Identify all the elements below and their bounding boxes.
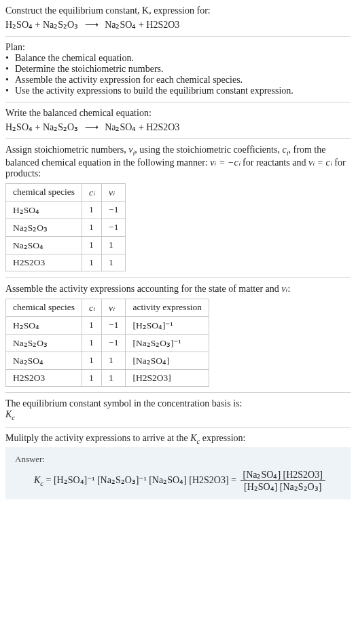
balanced-equation: H₂SO₄ + Na₂S₂O₃ ⟶ Na₂SO₄ + H2S2O3: [5, 121, 351, 133]
plan-block: Plan: •Balance the chemical equation. •D…: [5, 42, 351, 96]
cell: H2S2O3: [6, 369, 82, 386]
table-row: H₂SO₄1−1: [6, 201, 126, 219]
cell: 1: [82, 236, 102, 254]
cell: −1: [102, 316, 126, 334]
symbol-block: The equilibrium constant symbol in the c…: [5, 398, 351, 421]
multiply-block: Mulitply the activity expressions to arr…: [5, 433, 351, 445]
species: H₂SO₄: [5, 122, 33, 132]
cell: 1: [82, 369, 102, 386]
equals: =: [231, 475, 238, 485]
term: [Na₂S₂O₃]⁻¹: [97, 475, 147, 485]
plus: +: [33, 20, 43, 30]
divider: [5, 138, 351, 139]
term: [H₂SO₄]⁻¹: [54, 475, 95, 485]
text: Assemble the activity expressions accoun…: [5, 284, 281, 294]
term: [H2S2O3]: [283, 470, 323, 480]
balanced-title: Write the balanced chemical equation:: [5, 108, 351, 119]
cell: H₂SO₄: [6, 201, 82, 219]
species: Na₂SO₄: [105, 20, 136, 30]
stoich-table: chemical species cᵢ νᵢ H₂SO₄1−1 Na₂S₂O₃1…: [5, 183, 126, 271]
plan-title: Plan:: [5, 42, 351, 53]
activity-block: Assemble the activity expressions accoun…: [5, 283, 351, 387]
cell: [Na₂SO₄]: [126, 352, 209, 369]
cell: 1: [82, 352, 102, 369]
cell: H₂SO₄: [6, 316, 82, 334]
text: :: [288, 284, 291, 294]
divider: [5, 392, 351, 393]
cell: 1: [102, 254, 126, 271]
balanced-block: Write the balanced chemical equation: H₂…: [5, 108, 351, 133]
plus: +: [136, 122, 146, 132]
kc-symbol: Kc: [5, 409, 351, 421]
term: [Na₂S₂O₃]: [280, 482, 322, 492]
bullet-icon: •: [5, 75, 15, 86]
cell: 1: [102, 369, 126, 386]
term: [Na₂SO₄]: [149, 475, 187, 485]
species: Na₂S₂O₃: [43, 122, 78, 132]
reaction-arrow-icon: ⟶: [81, 122, 103, 132]
plan-item: •Assemble the activity expression for ea…: [5, 75, 351, 86]
species: Na₂S₂O₃: [43, 20, 78, 30]
divider: [5, 102, 351, 102]
term: [Na₂SO₄]: [243, 470, 281, 480]
bullet-icon: •: [5, 64, 15, 75]
col-header: chemical species: [6, 183, 82, 201]
text: for reactants and: [241, 157, 308, 168]
table-row: Na₂S₂O₃1−1[Na₂S₂O₃]⁻¹: [6, 334, 209, 352]
relation: νᵢ = −cᵢ: [210, 157, 240, 168]
plus: +: [136, 20, 146, 30]
prompt-block: Construct the equilibrium constant, K, e…: [5, 5, 351, 31]
plus: +: [33, 122, 43, 132]
relation: νᵢ = cᵢ: [308, 157, 332, 168]
cell: −1: [102, 219, 126, 236]
table-row: H2S2O311[H2S2O3]: [6, 369, 209, 386]
cell: 1: [102, 352, 126, 369]
species: H₂SO₄: [5, 20, 33, 30]
plan-item-text: Assemble the activity expression for eac…: [15, 75, 243, 86]
plan-item-text: Use the activity expressions to build th…: [15, 86, 293, 96]
plan-item: •Use the activity expressions to build t…: [5, 86, 351, 96]
table-row: Na₂SO₄11: [6, 236, 126, 254]
cell: Na₂S₂O₃: [6, 334, 82, 352]
plan-item-text: Balance the chemical equation.: [15, 53, 134, 64]
col-header: νᵢ: [102, 183, 126, 201]
fraction-denominator: [H₂SO₄] [Na₂S₂O₃]: [241, 481, 325, 493]
table-header-row: chemical species cᵢ νᵢ: [6, 183, 126, 201]
cell: [H2S2O3]: [126, 369, 209, 386]
col-header: νᵢ: [102, 299, 126, 316]
answer-box: Answer: Kc = [H₂SO₄]⁻¹ [Na₂S₂O₃]⁻¹ [Na₂S…: [5, 447, 351, 499]
cell: 1: [102, 236, 126, 254]
fraction: [Na₂SO₄] [H2S2O3] [H₂SO₄] [Na₂S₂O₃]: [241, 469, 325, 493]
cell: 1: [82, 254, 102, 271]
nu-symbol: νᵢ: [281, 284, 287, 294]
plan-item: •Determine the stoichiometric numbers.: [5, 64, 351, 75]
table-row: Na₂S₂O₃1−1: [6, 219, 126, 236]
species: Na₂SO₄: [105, 122, 136, 132]
prompt-equation: H₂SO₄ + Na₂S₂O₃ ⟶ Na₂SO₄ + H2S2O3: [5, 19, 351, 31]
fraction-numerator: [Na₂SO₄] [H2S2O3]: [241, 469, 325, 481]
table-row: H₂SO₄1−1[H₂SO₄]⁻¹: [6, 316, 209, 334]
answer-equation: Kc = [H₂SO₄]⁻¹ [Na₂S₂O₃]⁻¹ [Na₂SO₄] [H2S…: [15, 469, 341, 493]
divider: [5, 277, 351, 278]
activity-table: chemical species cᵢ νᵢ activity expressi…: [5, 299, 209, 387]
text: expression:: [200, 433, 245, 443]
cell: 1: [82, 334, 102, 352]
kc-sub: c: [12, 414, 15, 421]
plan-item: •Balance the chemical equation.: [5, 53, 351, 64]
kc-symbol: K: [34, 475, 40, 485]
cell: 1: [82, 316, 102, 334]
answer-label: Answer:: [15, 454, 341, 465]
text: Assign stoichiometric numbers,: [5, 145, 128, 155]
kc-text: K: [5, 409, 12, 419]
plan-item-text: Determine the stoichiometric numbers.: [15, 64, 164, 75]
col-header: cᵢ: [82, 183, 102, 201]
table-row: H2S2O311: [6, 254, 126, 271]
cell: −1: [102, 201, 126, 219]
species: H2S2O3: [146, 122, 179, 132]
stoich-intro: Assign stoichiometric numbers, νi, using…: [5, 145, 351, 179]
cell: 1: [82, 201, 102, 219]
kc-sub: c: [40, 480, 43, 487]
term: [H2S2O3]: [189, 475, 228, 485]
cell: H2S2O3: [6, 254, 82, 271]
stoich-block: Assign stoichiometric numbers, νi, using…: [5, 145, 351, 271]
